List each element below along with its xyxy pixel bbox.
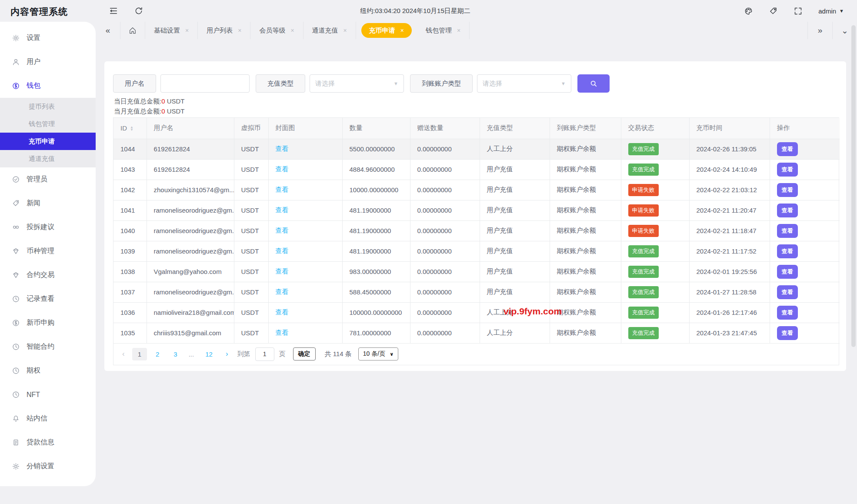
action-cell: 查看 [770, 241, 840, 261]
sidebar-subitem-withdraw-list[interactable]: 提币列表 [0, 98, 96, 115]
id-cell: 1036 [113, 302, 147, 323]
sidebar-item-nft[interactable]: NFT [0, 383, 96, 407]
view-cover-link[interactable]: 查看 [276, 267, 289, 275]
view-cover-link[interactable]: 查看 [276, 329, 289, 336]
type-cell: 用户充值 [480, 159, 550, 180]
sidebar-item-wallet[interactable]: 钱包 [0, 74, 96, 98]
sidebar-item-users[interactable]: 用户 [0, 50, 96, 74]
view-button[interactable]: 查看 [777, 326, 798, 340]
home-tab[interactable] [120, 22, 145, 39]
page-size-select[interactable]: 10 条/页 ∨ [358, 347, 398, 360]
view-button[interactable]: 查看 [777, 183, 798, 197]
sidebar-item-smart-contract[interactable]: 智能合约 [0, 335, 96, 359]
view-cover-link[interactable]: 查看 [276, 288, 289, 295]
view-cover-link[interactable]: 查看 [276, 145, 289, 152]
home-icon [128, 26, 137, 35]
view-button[interactable]: 查看 [777, 224, 798, 238]
tabs-scroll-left-button[interactable]: « [96, 22, 120, 39]
user-menu[interactable]: admin ▼ [818, 7, 844, 15]
view-button[interactable]: 查看 [777, 265, 798, 279]
username-filter-input[interactable] [160, 74, 250, 93]
sidebar-subitem-channel-recharge[interactable]: 通道充值 [0, 150, 96, 167]
close-icon[interactable]: × [290, 27, 294, 34]
column-header-id[interactable]: ID▲▼ [113, 118, 147, 139]
close-icon[interactable]: × [457, 27, 460, 34]
page-button-2[interactable]: 2 [150, 348, 165, 360]
view-button[interactable]: 查看 [777, 163, 798, 177]
sidebar-subitem-recharge-apply[interactable]: 充币申请 [0, 133, 96, 150]
view-cover-link[interactable]: 查看 [276, 247, 289, 254]
close-icon[interactable]: × [238, 27, 241, 34]
recharge-type-select[interactable]: 请选择 ▼ [310, 74, 404, 93]
sort-icon[interactable]: ▲▼ [130, 126, 133, 131]
cover-cell: 查看 [268, 261, 342, 282]
theme-palette-icon[interactable] [744, 7, 753, 16]
sidebar-item-distribution[interactable]: 分销设置 [0, 454, 96, 478]
prev-page-button[interactable]: ‹ [118, 350, 129, 358]
status-cell: 充值完成 [621, 323, 689, 343]
account-cell: 期权账户余额 [550, 159, 621, 180]
bonus-cell: 0.00000000 [410, 323, 480, 343]
coin-cell: USDT [234, 261, 268, 282]
time-cell: 2024-02-24 14:10:49 [689, 159, 770, 180]
sidebar-item-feedback[interactable]: 投拆建议 [0, 215, 96, 239]
sidebar-item-contract-trade[interactable]: 合约交易 [0, 263, 96, 287]
status-badge: 充值完成 [628, 286, 659, 298]
time-cell: 2024-02-21 11:17:52 [689, 241, 770, 261]
tab-recharge-apply[interactable]: 充币申请× [361, 23, 412, 38]
goto-page-input[interactable] [255, 347, 274, 361]
tab-member-level[interactable]: 会员等级× [250, 22, 303, 39]
sidebar-item-options[interactable]: 期权 [0, 359, 96, 383]
refresh-icon[interactable] [134, 6, 143, 16]
view-button[interactable]: 查看 [777, 204, 798, 217]
page-button-3[interactable]: 3 [168, 348, 183, 360]
recharge-table: ID▲▼用户名虚拟币封面图数量赠送数量充值类型到账账户类型交易状态充币时间操作 … [113, 118, 840, 344]
status-cell: 充值完成 [621, 302, 689, 323]
status-badge: 申请失败 [628, 204, 659, 217]
sidebar-item-loan-info[interactable]: 贷款信息 [0, 431, 96, 454]
tab-user-list[interactable]: 用户列表× [198, 22, 250, 39]
page-scrollbar[interactable] [851, 25, 856, 347]
view-cover-link[interactable]: 查看 [276, 165, 289, 173]
view-cover-link[interactable]: 查看 [276, 308, 289, 316]
collapse-sidebar-icon[interactable] [109, 6, 118, 16]
tag-icon[interactable] [769, 7, 778, 16]
main-content-card: 用户名 充值类型 请选择 ▼ 到账账户类型 请选择 ▼ 当日充值总金额:0 US… [104, 61, 846, 371]
tag-icon [12, 199, 20, 207]
sidebar-item-records[interactable]: 记录查看 [0, 287, 96, 311]
page-button-12[interactable]: 12 [200, 348, 218, 360]
view-cover-link[interactable]: 查看 [276, 186, 289, 193]
view-button[interactable]: 查看 [777, 306, 798, 320]
view-button[interactable]: 查看 [777, 244, 798, 258]
account-type-select[interactable]: 请选择 ▼ [477, 74, 571, 93]
sidebar-item-admin[interactable]: 管理员 [0, 167, 96, 191]
view-button[interactable]: 查看 [777, 285, 798, 299]
view-cover-link[interactable]: 查看 [276, 227, 289, 234]
account-cell: 期权账户余额 [550, 180, 621, 200]
next-page-button[interactable]: › [221, 350, 233, 358]
sidebar-item-new-coin[interactable]: 新币申购 [0, 311, 96, 335]
tab-basic-settings[interactable]: 基础设置× [145, 22, 197, 39]
tab-wallet-manage[interactable]: 钱包管理× [417, 22, 469, 39]
sidebar-item-messages[interactable]: 站内信 [0, 407, 96, 431]
account-type-select-value: 请选择 [483, 80, 502, 88]
chevron-down-icon: ▼ [393, 81, 398, 86]
fullscreen-icon[interactable] [794, 7, 803, 16]
sidebar-item-coin-manage[interactable]: 币种管理 [0, 239, 96, 263]
search-button[interactable] [577, 74, 610, 93]
goto-confirm-button[interactable]: 确定 [293, 347, 316, 360]
sidebar-subitem-wallet-manage[interactable]: 钱包管理 [0, 115, 96, 133]
close-icon[interactable]: × [400, 27, 404, 34]
close-icon[interactable]: × [185, 27, 189, 34]
page-button-1[interactable]: 1 [132, 348, 147, 360]
tab-channel-recharge[interactable]: 通道充值× [303, 22, 356, 39]
sidebar-item-news[interactable]: 新闻 [0, 191, 96, 215]
tabs-scroll-right-button[interactable]: » [808, 22, 832, 39]
recharge-table-container: ID▲▼用户名虚拟币封面图数量赠送数量充值类型到账账户类型交易状态充币时间操作 … [113, 117, 839, 365]
close-icon[interactable]: × [343, 27, 347, 34]
sidebar-item-settings[interactable]: 设置 [0, 26, 96, 50]
view-cover-link[interactable]: 查看 [276, 206, 289, 214]
view-button[interactable]: 查看 [777, 142, 798, 156]
status-badge: 充值完成 [628, 307, 659, 319]
action-cell: 查看 [770, 139, 840, 159]
